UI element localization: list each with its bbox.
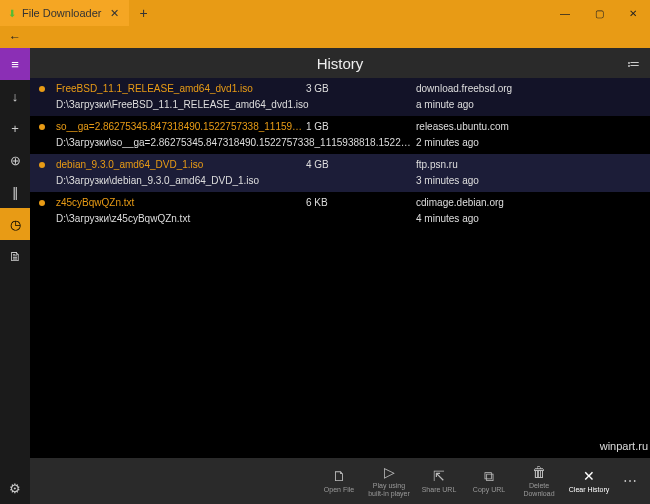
sidebar: ≡ ↓ + ⊕ ‖ ◷ 🗎 ⚙: [0, 48, 30, 504]
file-time: 2 minutes ago: [416, 136, 640, 150]
file-size: 4 GB: [306, 158, 416, 172]
file-time: a minute ago: [416, 98, 640, 112]
sidebar-item-file[interactable]: 🗎: [0, 240, 30, 272]
play-label: Play using built-in player: [366, 482, 412, 498]
bottombar: 🗋 Open File ▷ Play using built-in player…: [30, 458, 650, 504]
file-name: so__ga=2.86275345.847318490.1522757338_1…: [56, 120, 306, 134]
copy-url-button[interactable]: ⧉ Copy URL: [466, 468, 512, 494]
open-file-button[interactable]: 🗋 Open File: [316, 468, 362, 494]
sidebar-item-settings[interactable]: ⚙: [0, 472, 30, 504]
tab-label: File Downloader: [22, 7, 101, 19]
titlebar: ⬇ File Downloader ✕ + — ▢ ✕: [0, 0, 650, 26]
file-time: 3 minutes ago: [416, 174, 640, 188]
share-icon: ⇱: [433, 468, 445, 484]
listview-icon[interactable]: ≔: [627, 56, 640, 71]
file-path: D:\Загрузки\debian_9.3.0_amd64_DVD_1.iso: [56, 174, 416, 188]
play-icon: ▷: [384, 464, 395, 480]
tab-close-icon[interactable]: ✕: [107, 6, 121, 20]
window-close-button[interactable]: ✕: [616, 0, 650, 26]
close-icon: ✕: [583, 468, 595, 484]
copy-icon: ⧉: [484, 468, 494, 484]
titlebar-spacer: [157, 0, 548, 26]
main: History ≔ FreeBSD_11.1_RELEASE_amd64_dvd…: [30, 48, 650, 504]
status-dot-icon: [39, 200, 45, 206]
delete-download-button[interactable]: 🗑 Delete Download: [516, 464, 562, 498]
file-icon: 🗋: [332, 468, 346, 484]
history-row[interactable]: FreeBSD_11.1_RELEASE_amd64_dvd1.iso 3 GB…: [30, 78, 650, 116]
share-label: Share URL: [422, 486, 457, 494]
back-button[interactable]: ←: [0, 30, 30, 44]
tab-file-downloader[interactable]: ⬇ File Downloader ✕: [0, 0, 129, 26]
file-path: D:\Загрузки\so__ga=2.86275345.847318490.…: [56, 136, 416, 150]
file-path: D:\Загрузки\z45cyBqwQZn.txt: [56, 212, 416, 226]
file-name: debian_9.3.0_amd64_DVD_1.iso: [56, 158, 306, 172]
app-body: ≡ ↓ + ⊕ ‖ ◷ 🗎 ⚙ History ≔ FreeBSD_11.1_R…: [0, 48, 650, 504]
file-host: ftp.psn.ru: [416, 158, 640, 172]
history-list: FreeBSD_11.1_RELEASE_amd64_dvd1.iso 3 GB…: [30, 78, 650, 458]
file-size: 3 GB: [306, 82, 416, 96]
delete-label: Delete Download: [516, 482, 562, 498]
sidebar-spacer: [0, 272, 30, 472]
file-size: 6 KB: [306, 196, 416, 210]
minimize-button[interactable]: —: [548, 0, 582, 26]
menu-button[interactable]: ≡: [0, 48, 30, 80]
new-tab-button[interactable]: +: [129, 0, 157, 26]
header: History ≔: [30, 48, 650, 78]
file-host: download.freebsd.org: [416, 82, 640, 96]
file-size: 1 GB: [306, 120, 416, 134]
history-row[interactable]: so__ga=2.86275345.847318490.1522757338_1…: [30, 116, 650, 154]
share-url-button[interactable]: ⇱ Share URL: [416, 468, 462, 494]
sidebar-item-history[interactable]: ◷: [0, 208, 30, 240]
more-button[interactable]: ⋯: [616, 473, 644, 489]
sidebar-item-downloads[interactable]: ↓: [0, 80, 30, 112]
sidebar-item-add[interactable]: +: [0, 112, 30, 144]
sidebar-item-web[interactable]: ⊕: [0, 144, 30, 176]
status-dot-icon: [39, 86, 45, 92]
history-row[interactable]: z45cyBqwQZn.txt 6 KB cdimage.debian.org …: [30, 192, 650, 230]
history-row[interactable]: debian_9.3.0_amd64_DVD_1.iso 4 GB ftp.ps…: [30, 154, 650, 192]
subbar: ←: [0, 26, 650, 48]
copy-label: Copy URL: [473, 486, 505, 494]
open-file-label: Open File: [324, 486, 354, 494]
clear-history-button[interactable]: ✕ Clear History: [566, 468, 612, 494]
download-icon: ⬇: [8, 8, 16, 19]
play-button[interactable]: ▷ Play using built-in player: [366, 464, 412, 498]
file-time: 4 minutes ago: [416, 212, 640, 226]
file-path: D:\Загрузки\FreeBSD_11.1_RELEASE_amd64_d…: [56, 98, 416, 112]
file-name: FreeBSD_11.1_RELEASE_amd64_dvd1.iso: [56, 82, 306, 96]
file-host: cdimage.debian.org: [416, 196, 640, 210]
clear-label: Clear History: [569, 486, 609, 494]
file-host: releases.ubuntu.com: [416, 120, 640, 134]
sidebar-item-pause[interactable]: ‖: [0, 176, 30, 208]
maximize-button[interactable]: ▢: [582, 0, 616, 26]
status-dot-icon: [39, 162, 45, 168]
file-name: z45cyBqwQZn.txt: [56, 196, 306, 210]
status-dot-icon: [39, 124, 45, 130]
page-title: History: [317, 55, 364, 72]
trash-icon: 🗑: [532, 464, 546, 480]
